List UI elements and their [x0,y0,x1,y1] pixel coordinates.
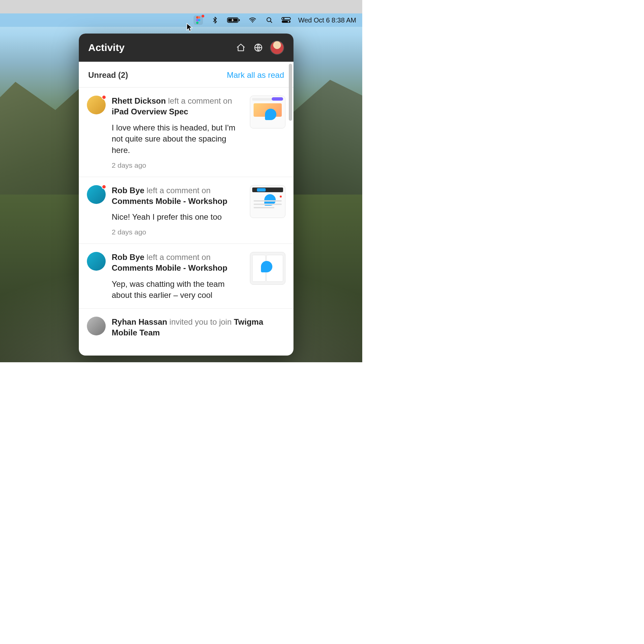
author-name: Ryhan Hassan [112,317,167,326]
unread-dot-icon [102,184,106,189]
popover-header: Activity [79,34,293,62]
action-text: left a comment on [147,186,211,195]
avatar-wrap [87,317,106,338]
notification-scroll-area: Unread (2) Mark all as read Rhett Dickso… [79,62,293,356]
svg-point-13 [288,21,289,22]
activity-popover: Activity Unread (2) Mark all as read [79,34,293,356]
mark-all-read-button[interactable]: Mark all as read [227,70,284,80]
timestamp: 2 days ago [112,161,244,169]
globe-button[interactable] [253,42,264,53]
home-button[interactable] [235,42,247,53]
notification-body: Rhett Dickson left a comment on iPad Ove… [112,96,244,169]
comment-text: Yep, was chatting with the team about th… [112,278,244,301]
window-chrome-strip [0,0,362,13]
file-name: iPad Overview Spec [112,107,188,116]
notification-item[interactable]: Rhett Dickson left a comment on iPad Ove… [79,88,293,177]
file-name: Comments Mobile - Workshop [112,197,227,206]
wifi-icon[interactable] [248,15,257,25]
avatar-wrap [87,252,106,301]
author-name: Rob Bye [112,186,144,195]
avatar-wrap [87,96,106,169]
unread-count-label: Unread (2) [88,70,227,80]
notification-body: Rob Bye left a comment on Comments Mobil… [112,252,244,301]
unread-dot-icon [102,95,106,100]
battery-charging-icon[interactable] [227,15,240,25]
file-thumbnail [250,252,285,285]
notification-body: Ryhan Hassan invited you to join Twigma … [112,317,285,338]
spotlight-search-icon[interactable] [265,15,274,25]
svg-point-8 [252,22,253,23]
notification-dot-icon [202,15,204,17]
control-center-icon[interactable] [281,15,291,25]
notification-item[interactable]: Rob Bye left a comment on Comments Mobil… [79,177,293,244]
svg-point-4 [196,22,199,24]
notification-headline: Rhett Dickson left a comment on iPad Ove… [112,96,244,117]
svg-point-1 [198,16,200,19]
svg-point-3 [198,19,200,21]
svg-rect-6 [239,19,240,21]
author-avatar [87,317,106,335]
svg-point-11 [283,18,284,19]
notification-headline: Rob Bye left a comment on Comments Mobil… [112,185,244,207]
bluetooth-icon[interactable] [210,15,220,25]
notification-headline: Ryhan Hassan invited you to join Twigma … [112,317,285,338]
author-name: Rob Bye [112,253,144,262]
file-thumbnail [250,96,285,128]
figma-menubar-icon[interactable] [194,15,203,25]
comment-text: Nice! Yeah I prefer this one too [112,211,244,223]
action-text: left a comment on [147,253,211,262]
scrollbar-thumb[interactable] [289,64,292,121]
file-name: Comments Mobile - Workshop [112,263,227,272]
unread-subheader: Unread (2) Mark all as read [79,62,293,88]
macos-menubar: Wed Oct 6 8:38 AM [0,13,362,27]
menubar-clock[interactable]: Wed Oct 6 8:38 AM [298,16,356,24]
notification-item[interactable]: Rob Bye left a comment on Comments Mobil… [79,244,293,309]
file-thumbnail [250,185,285,218]
action-text: left a comment on [168,96,232,105]
notification-body: Rob Bye left a comment on Comments Mobil… [112,185,244,236]
notification-item[interactable]: Ryhan Hassan invited you to join Twigma … [79,309,293,346]
notification-headline: Rob Bye left a comment on Comments Mobil… [112,252,244,274]
comment-text: I love where this is headed, but I'm not… [112,122,244,156]
user-avatar[interactable] [270,41,284,55]
popover-title: Activity [88,42,229,53]
avatar-wrap [87,185,106,236]
mouse-cursor-icon [186,23,193,32]
timestamp: 2 days ago [112,228,244,236]
author-avatar [87,252,106,271]
action-text: invited you to join [169,317,231,326]
author-name: Rhett Dickson [112,96,166,105]
